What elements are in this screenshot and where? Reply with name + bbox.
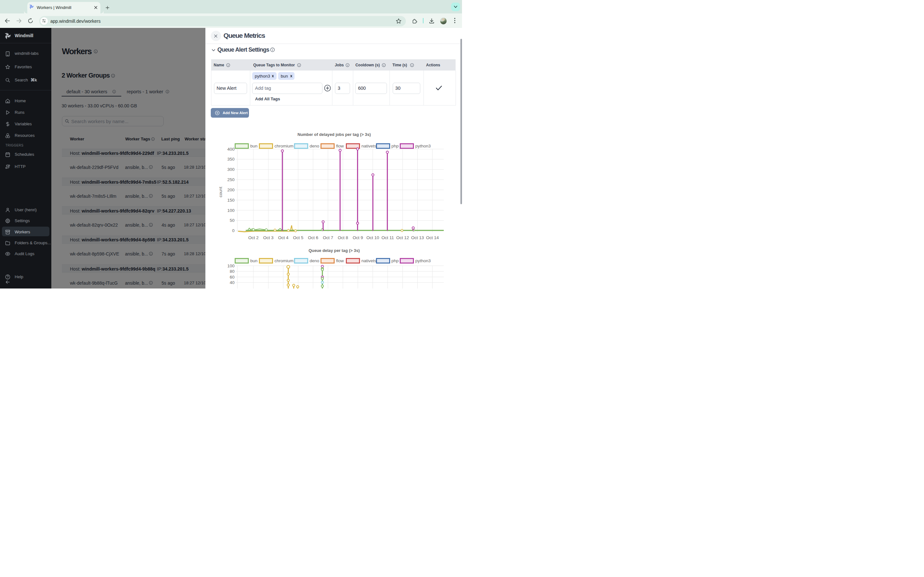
svg-text:350: 350 (227, 157, 234, 161)
svg-text:Oct 8: Oct 8 (338, 235, 348, 240)
svg-text:deno: deno (310, 258, 319, 263)
svg-text:Oct 4: Oct 4 (278, 235, 288, 240)
svg-text:Oct 9: Oct 9 (352, 235, 363, 240)
svg-text:50: 50 (230, 218, 234, 223)
svg-text:Oct 11: Oct 11 (381, 235, 394, 240)
svg-text:100: 100 (227, 263, 234, 268)
svg-text:150: 150 (227, 198, 234, 203)
svg-text:300: 300 (227, 167, 234, 172)
svg-text:bun: bun (250, 258, 258, 263)
svg-text:200: 200 (227, 187, 234, 192)
svg-text:Oct 10: Oct 10 (366, 235, 379, 240)
svg-text:250: 250 (227, 177, 234, 182)
svg-text:Oct 5: Oct 5 (293, 235, 303, 240)
svg-text:php: php (391, 258, 399, 263)
svg-text:python3: python3 (415, 143, 431, 148)
svg-text:Oct 7: Oct 7 (323, 235, 333, 240)
svg-text:chromium: chromium (274, 143, 293, 148)
svg-text:Oct 3: Oct 3 (263, 235, 273, 240)
svg-text:0: 0 (232, 228, 234, 233)
svg-text:flow: flow (336, 258, 344, 263)
svg-text:nativets: nativets (361, 258, 376, 263)
svg-text:Oct 6: Oct 6 (308, 235, 318, 240)
svg-text:count: count (218, 187, 223, 197)
svg-text:python3: python3 (415, 258, 431, 263)
svg-text:php: php (391, 143, 399, 148)
svg-text:60: 60 (230, 275, 234, 279)
svg-text:Oct 13: Oct 13 (411, 235, 424, 240)
svg-text:Oct 12: Oct 12 (396, 235, 409, 240)
svg-text:80: 80 (230, 269, 234, 274)
svg-text:100: 100 (227, 208, 234, 213)
svg-text:Oct 14: Oct 14 (426, 235, 439, 240)
svg-text:40: 40 (230, 280, 234, 285)
svg-text:nativets: nativets (361, 143, 376, 148)
svg-text:Oct 2: Oct 2 (248, 235, 258, 240)
svg-text:flow: flow (336, 143, 344, 148)
svg-text:chromium: chromium (274, 258, 293, 263)
svg-text:400: 400 (227, 147, 234, 152)
svg-text:deno: deno (310, 143, 319, 148)
svg-text:bun: bun (250, 143, 258, 148)
svg-text:Number of delayed jobs per tag: Number of delayed jobs per tag (> 3s) (297, 132, 371, 137)
svg-text:Queue delay per tag (> 3s): Queue delay per tag (> 3s) (309, 248, 360, 253)
